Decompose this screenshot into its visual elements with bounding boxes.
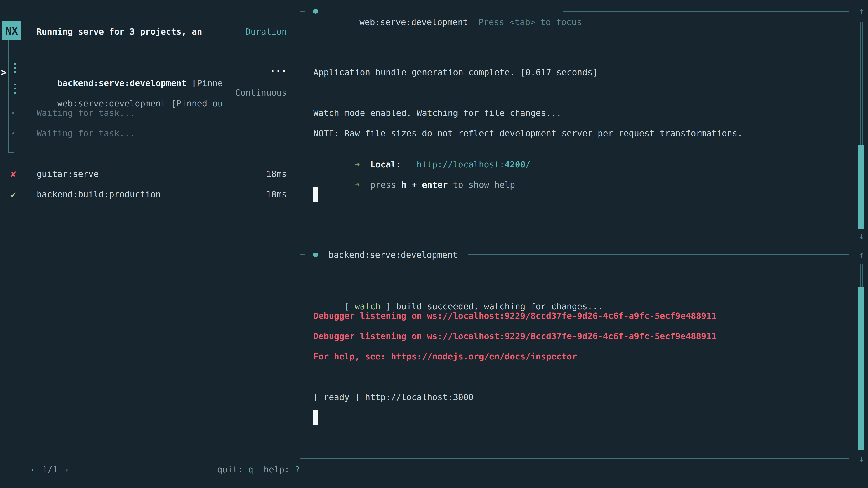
- help-pre: press: [370, 180, 401, 190]
- arrow-icon: ➜: [344, 160, 370, 169]
- nx-logo: NX: [2, 22, 21, 40]
- local-url[interactable]: http://localhost:: [417, 160, 505, 169]
- selected-task-caret-icon: >: [0, 66, 7, 78]
- arrow-icon: ➜: [344, 180, 370, 190]
- task-name-suffix: [Pinne: [186, 78, 223, 88]
- watch-tag: watch: [355, 301, 380, 311]
- terminal-line-local: ➜ Local: http://localhost:4200/: [313, 148, 530, 159]
- keybind-hints: quit: q help: ?: [196, 453, 287, 464]
- scrollbar-track[interactable]: [860, 264, 863, 287]
- waiting-bullet-icon: [12, 112, 14, 114]
- task-duration-value: 18ms: [196, 168, 287, 180]
- waiting-bullet-icon: [12, 132, 14, 134]
- bracket-open: [: [344, 301, 355, 311]
- success-icon: ✔: [11, 189, 16, 200]
- local-slash[interactable]: /: [525, 160, 530, 169]
- page-indicator: 1/1: [37, 464, 63, 475]
- quit-label: quit:: [217, 464, 248, 475]
- task-row-waiting-2: Waiting for task...: [37, 128, 135, 139]
- bracket-close: ]: [380, 301, 391, 311]
- panel-border: [300, 254, 305, 255]
- task-duration-value: 18ms: [196, 189, 287, 200]
- terminal-line: NOTE: Raw file sizes do not reflect deve…: [313, 128, 743, 139]
- panel-border: [300, 234, 849, 235]
- page-next-arrow-icon[interactable]: →: [63, 464, 68, 475]
- scrollbar-thumb[interactable]: [858, 144, 864, 229]
- task-list-title: Running serve for 3 projects, an: [37, 26, 202, 37]
- local-label: Local:: [370, 160, 401, 169]
- terminal-cursor: [313, 410, 318, 425]
- scroll-up-icon[interactable]: ↑: [857, 6, 867, 17]
- panel-title-gap: [468, 17, 478, 27]
- quit-key: q: [248, 464, 253, 475]
- task-running-indicator: ···: [196, 66, 287, 77]
- scroll-up-icon[interactable]: ↑: [857, 250, 867, 260]
- terminal-line-help-hint: ➜ press h + enter to show help: [313, 168, 515, 180]
- panel-border: [300, 254, 301, 459]
- panel-title: web:serve:development: [360, 17, 468, 27]
- local-gap: [401, 160, 417, 169]
- task-row-web-serve[interactable]: web:serve:development [Pinned ou: [37, 87, 223, 98]
- panel-border: [300, 11, 301, 235]
- task-name: web:serve:development: [57, 98, 166, 108]
- failed-icon: ✘: [11, 168, 16, 180]
- task-name-suffix: [Pinned ou: [166, 98, 223, 108]
- help-key: ?: [295, 464, 300, 475]
- local-port[interactable]: 4200: [505, 160, 526, 169]
- nx-logo-text: NX: [5, 25, 18, 37]
- task-row-waiting-1: Waiting for task...: [37, 107, 135, 119]
- task-tree-rail-corner: [8, 152, 14, 153]
- terminal-line-watch: [ watch ] build succeeded, watching for …: [313, 290, 603, 301]
- watch-text: build succeeded, watching for changes...: [391, 301, 603, 311]
- panel-border: [300, 458, 849, 459]
- terminal-line: Application bundle generation complete. …: [313, 67, 598, 78]
- terminal-line: Watch mode enabled. Watching for file ch…: [313, 107, 561, 119]
- task-tree-rail: [8, 40, 9, 152]
- help-keys: h + enter: [401, 180, 448, 190]
- terminal-line-ready: [ ready ] http://localhost:3000: [313, 392, 473, 402]
- terminal-line-inspector-help: For help, see: https://nodejs.org/en/doc…: [313, 351, 577, 362]
- help-post: to show help: [448, 180, 515, 190]
- panel-border: [300, 11, 305, 11]
- task-name: backend:serve:development: [57, 78, 187, 88]
- task-row-backend-serve[interactable]: backend:serve:development [Pinne: [37, 67, 223, 78]
- running-spinner-icon: [14, 63, 16, 73]
- panel-border: [563, 11, 849, 11]
- help-label: help:: [253, 464, 295, 475]
- focus-hint: Press <tab> to focus: [478, 17, 582, 27]
- scrollbar-thumb[interactable]: [858, 287, 864, 450]
- running-spinner-icon: [14, 84, 16, 94]
- pagination: ← 1/1 →: [11, 453, 68, 464]
- nx-tui-screen: NX Running serve for 3 projects, an Dura…: [0, 0, 868, 488]
- terminal-line-debugger: Debugger listening on ws://localhost:922…: [313, 331, 717, 341]
- panel-status-bullet-icon: [313, 253, 318, 257]
- terminal-cursor: [313, 187, 318, 201]
- panel-border: [468, 254, 849, 255]
- terminal-line-debugger: Debugger listening on ws://localhost:922…: [313, 311, 717, 321]
- duration-column-header: Duration: [196, 26, 287, 37]
- scrollbar-track[interactable]: [860, 22, 863, 144]
- scroll-down-icon[interactable]: ↓: [857, 230, 867, 241]
- panel-title: backend:serve:development: [329, 250, 458, 260]
- panel-status-bullet-icon: [313, 9, 318, 13]
- page-prev-arrow-icon[interactable]: ←: [32, 464, 37, 475]
- panel-header: web:serve:development Press <tab> to foc…: [329, 6, 582, 17]
- scroll-down-icon[interactable]: ↓: [857, 453, 867, 464]
- task-row-backend-build[interactable]: backend:build:production: [37, 189, 161, 200]
- task-row-guitar-serve[interactable]: guitar:serve: [37, 168, 99, 180]
- task-duration-value: Continuous: [196, 87, 287, 98]
